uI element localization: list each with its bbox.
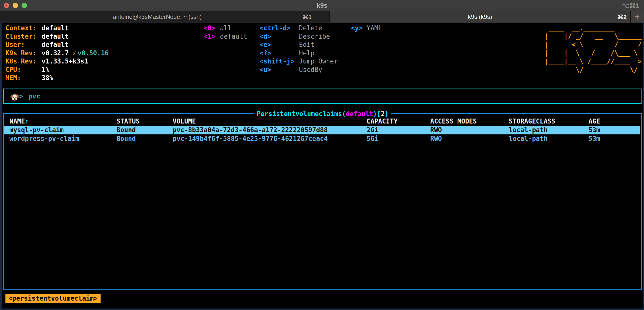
- cluster-line: Cluster:default: [6, 33, 108, 41]
- context-line: Context:default: [6, 24, 108, 33]
- shortcut-delete: <ctrl-d>Delete: [260, 24, 338, 33]
- k9s-ascii-logo: ____ __.________ | |/ _/ __ \______ | < …: [545, 24, 642, 74]
- window-titlebar: k9s ⌥⌘1: [0, 0, 644, 11]
- column-header-age[interactable]: AGE: [588, 117, 600, 126]
- tab-label: antoine@k3sMasterNode: ~ (ssh): [0, 11, 314, 23]
- prompt-caret: >: [19, 92, 23, 100]
- column-header-access-modes[interactable]: ACCESS MODES: [430, 117, 477, 126]
- namespace-shortcuts: <0>all <1>default: [204, 24, 247, 41]
- column-header-volume[interactable]: VOLUME: [173, 117, 196, 126]
- terminal-edge: [643, 23, 644, 310]
- mem-line: MEM:38%: [6, 74, 108, 82]
- upgrade-version: v0.50.16: [78, 49, 108, 57]
- column-header-capacity[interactable]: CAPACITY: [366, 117, 398, 126]
- table-row[interactable]: wordpress-pv-claim Bound pvc-149b4f6f-58…: [4, 134, 640, 143]
- column-header-name[interactable]: NAME↑: [10, 117, 29, 126]
- new-tab-button[interactable]: +: [630, 11, 644, 23]
- table-row-selected[interactable]: mysql-pv-claim Bound pvc-8b33a04a-72d3-4…: [4, 126, 640, 134]
- column-header-status[interactable]: STATUS: [116, 117, 140, 126]
- namespace-name: default: [346, 110, 373, 117]
- cpu-line: CPU:1%: [6, 66, 108, 74]
- shortcut-describe: <d>Describe: [260, 33, 338, 41]
- dog-icon: 🐶: [10, 93, 19, 102]
- shortcut-jump-owner: <shift-j>Jump Owner: [260, 57, 338, 66]
- extra-shortcuts: <y>YAML: [351, 24, 382, 33]
- command-input[interactable]: pvc: [28, 92, 40, 100]
- tab-bar: antoine@k3sMasterNode: ~ (ssh) ⌘1 k9s (k…: [0, 11, 644, 23]
- resource-name: Persistentvolumeclaims: [256, 110, 342, 117]
- shortcut-yaml: <y>YAML: [351, 24, 382, 33]
- sort-ascending-icon: ↑: [25, 117, 29, 125]
- window-title: k9s: [0, 0, 644, 11]
- terminal-edge: [0, 308, 644, 310]
- k8s-rev-line: K8s Rev:v1.33.5+k3s1: [6, 57, 108, 66]
- window-shortcut-hint: ⌥⌘1: [622, 0, 640, 11]
- tab-ssh-session[interactable]: antoine@k3sMasterNode: ~ (ssh) ⌘1: [0, 11, 330, 23]
- tab-shortcut-hint: ⌘1: [302, 11, 312, 23]
- column-header-storageclass[interactable]: STORAGECLASS: [509, 117, 555, 126]
- panel-title: Persistentvolumeclaims(default)[2]: [254, 110, 391, 117]
- shortcut-all-namespaces: <0>all: [204, 24, 247, 33]
- resource-count: 2: [381, 110, 385, 117]
- cluster-info: Context:default Cluster:default User:def…: [6, 24, 108, 82]
- terminal-edge: [0, 23, 2, 310]
- k9s-rev-line: K9s Rev:v0.32.7⚡v0.50.16: [6, 49, 108, 58]
- action-shortcuts: <ctrl-d>Delete <d>Describe <e>Edit <?>He…: [260, 24, 338, 74]
- shortcut-help: <?>Help: [260, 49, 338, 58]
- terminal-edge: [0, 23, 644, 23]
- tab-shortcut-hint: ⌘2: [618, 11, 627, 23]
- command-prompt[interactable]: 🐶>pvc: [3, 89, 642, 104]
- user-line: User:default: [6, 41, 108, 49]
- pvc-panel: Persistentvolumeclaims(default)[2] NAME↑…: [3, 113, 642, 290]
- tab-label: k9s (k9s): [330, 11, 630, 23]
- shortcut-usedby: <u>UsedBy: [260, 66, 338, 74]
- breadcrumb-badge: <persistentvolumeclaim>: [6, 294, 100, 303]
- tab-k9s[interactable]: k9s (k9s) ⌘2: [330, 11, 630, 23]
- shortcut-default-namespace: <1>default: [204, 33, 247, 41]
- table-header-row: NAME↑ STATUS VOLUME CAPACITY ACCESS MODE…: [4, 117, 640, 126]
- upgrade-bolt-icon: ⚡: [72, 49, 76, 57]
- shortcut-edit: <e>Edit: [260, 41, 338, 49]
